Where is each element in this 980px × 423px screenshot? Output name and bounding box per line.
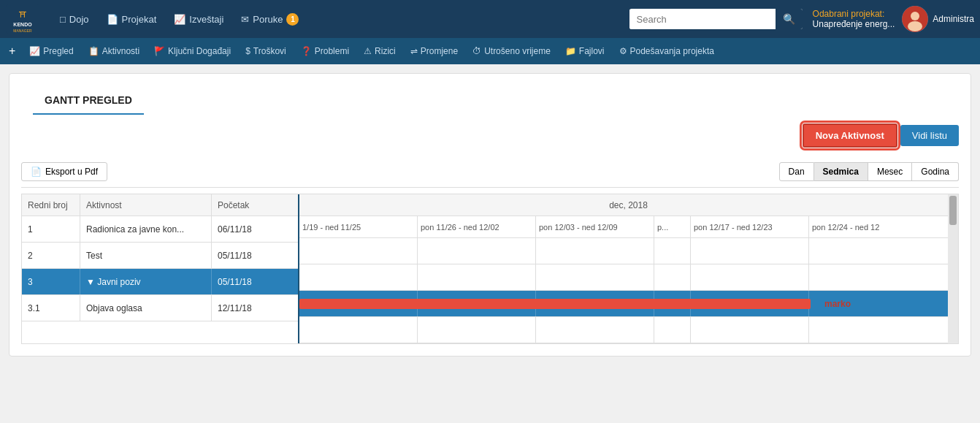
col-label-aktivnost: Aktivnost [86,200,122,210]
project-label: Odabrani projekat: [813,9,895,19]
nav-kljucni[interactable]: 🚩 Ključni Događaji [148,42,237,60]
svg-point-6 [908,21,922,31]
nav-pregled[interactable]: 📈 Pregled [23,42,80,60]
nav-izvestaji-label: Izveštaji [189,14,223,25]
cell-pocetak-3: 05/11/18 [212,269,298,294]
add-button[interactable]: + [3,42,21,61]
aktivnosti-icon: 📋 [88,46,99,56]
nav-troskovi[interactable]: $ Troškovi [239,42,293,60]
nav-utroseno-label: Utrošeno vrijeme [484,46,551,56]
chart-cell [299,317,418,343]
export-label: Eksport u Pdf [45,167,98,177]
pregled-icon: 📈 [29,46,40,56]
gantt-area: 📄 Eksport u Pdf Dan Sedmica Mesec Godina… [9,156,971,356]
cell-pocetak-2: 05/11/18 [212,243,298,268]
second-navigation: + 📈 Pregled 📋 Aktivnosti 🚩 Ključni Događ… [0,38,980,64]
chart-cell [654,238,691,264]
week-col-2: pon 12/03 - ned 12/09 [536,216,654,237]
podesavanja-icon: ⚙ [619,46,627,56]
nav-fajlovi[interactable]: 📁 Fajlovi [559,42,611,60]
problemi-icon: ❓ [301,46,312,56]
nav-projekat-label: Projekat [122,14,157,25]
gantt-right-panel: dec, 2018 1/19 - ned 11/25 pon 11/26 - n… [299,194,958,343]
nav-dojo[interactable]: □ Dojo [53,9,96,29]
cell-aktivnost-3: ▼ Javni poziv [80,269,212,294]
gantt-container: Redni broj Aktivnost Početak 1 Radionica… [21,194,959,344]
col-header-pocetak: Početak [212,194,298,216]
chart-cell [536,317,654,343]
projekat-icon: 📄 [107,14,118,25]
nav-podesavanja[interactable]: ⚙ Podešavanja projekta [613,42,721,60]
scrollbar[interactable] [948,194,958,343]
export-pdf-button[interactable]: 📄 Eksport u Pdf [21,162,107,181]
nav-rizici-label: Rizici [375,46,396,56]
view-buttons: Dan Sedmica Mesec Godina [779,162,959,181]
nav-izvestaji[interactable]: 📈 Izveštaji [166,9,231,29]
view-godina-button[interactable]: Godina [912,162,959,181]
view-mesec-button[interactable]: Mesec [868,162,912,181]
table-row[interactable]: 3.1 Objava oglasa 12/11/18 [22,295,298,321]
cell-redni-31: 3.1 [22,295,80,321]
cell-aktivnost-1: Radionica za javne kon... [80,216,212,242]
search-button[interactable]: 🔍 [776,9,803,29]
nav-fajlovi-label: Fajlovi [579,46,605,56]
nav-utroseno[interactable]: ⏱ Utrošeno vrijeme [466,42,557,60]
user-avatar[interactable] [902,6,928,32]
dojo-icon: □ [60,14,66,25]
chart-row-4 [299,317,958,343]
nav-dojo-label: Dojo [69,14,89,25]
nova-aktivnost-button[interactable]: Nova Aktivnost [803,123,897,148]
poruke-icon: ✉ [241,14,249,25]
fajlovi-icon: 📁 [565,46,576,56]
chart-cell [809,317,927,343]
cell-pocetak-1: 06/11/18 [212,216,298,242]
nav-promjene[interactable]: ⇌ Promjene [404,42,464,60]
nav-aktivnosti-label: Aktivnosti [102,46,139,56]
table-row[interactable]: 1 Radionica za javne kon... 06/11/18 [22,216,298,243]
nav-problemi-label: Problemi [315,46,349,56]
project-info: Odabrani projekat: Unapređenje energ... [813,9,895,29]
chart-cell [536,238,654,264]
utroseno-icon: ⏱ [472,46,481,56]
chart-cell [809,238,927,264]
nav-poruke-label: Poruke [253,14,283,25]
search-box: 🔍 [629,9,803,29]
cell-aktivnost-31: Objava oglasa [80,295,212,321]
user-name: Administra [933,14,974,24]
chart-cell [536,264,654,290]
chart-cell [418,238,536,264]
nav-poruke[interactable]: ✉ Poruke 1 [234,9,306,30]
week-col-5: pon 12/24 - ned 12 [809,216,927,237]
cell-redni-1: 1 [22,216,80,242]
nav-rizici[interactable]: ⚠ Rizici [357,42,402,60]
svg-text:⛩: ⛩ [19,11,26,19]
main-content: GANTT PREGLED Nova Aktivnost Vidi listu … [9,73,971,357]
kljucni-icon: 🚩 [154,46,165,56]
troskovi-icon: $ [245,46,250,56]
gantt-toolbar: 📄 Eksport u Pdf Dan Sedmica Mesec Godina [21,156,959,188]
view-sedmica-button[interactable]: Sedmica [814,162,868,181]
nav-aktivnosti[interactable]: 📋 Aktivnosti [82,42,146,60]
nav-pregled-label: Pregled [43,46,73,56]
section-header: GANTT PREGLED [9,74,971,115]
chart-cell [418,264,536,290]
table-row-selected[interactable]: 3 ▼ Javni poziv 05/11/18 [22,269,298,295]
cell-pocetak-31: 12/11/18 [212,295,298,321]
search-input[interactable] [629,9,776,29]
logo[interactable]: ⛩ KENDO MANAGER [6,4,44,34]
gantt-date-headers: dec, 2018 1/19 - ned 11/25 pon 11/26 - n… [299,194,958,238]
nav-projekat[interactable]: 📄 Projekat [99,9,164,29]
view-dan-button[interactable]: Dan [779,162,814,181]
gantt-chart-rows: marko [299,238,958,343]
nav-promjene-label: Promjene [421,46,458,56]
vidi-listu-button[interactable]: Vidi listu [900,125,959,146]
chart-cell [418,317,536,343]
cell-aktivnost-2: Test [80,243,212,268]
gantt-left-header-top: Redni broj Aktivnost Početak [22,194,298,216]
week-col-1: pon 11/26 - ned 12/02 [418,216,536,237]
chart-row-1 [299,238,958,264]
nav-problemi[interactable]: ❓ Problemi [294,42,356,60]
table-row[interactable]: 2 Test 05/11/18 [22,243,298,269]
cell-redni-2: 2 [22,243,80,268]
scroll-thumb [949,196,957,225]
